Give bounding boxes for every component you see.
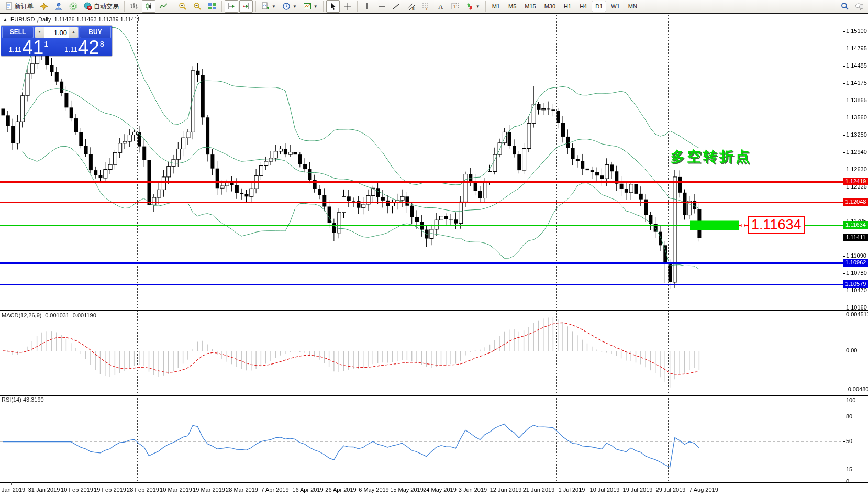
line-chart-mode-button[interactable] — [157, 0, 170, 13]
zoom-in-button[interactable] — [176, 0, 190, 13]
tile-windows-button[interactable] — [205, 0, 219, 13]
horizontal-line-button[interactable] — [375, 0, 388, 13]
volume-decrease-button[interactable]: ▼ — [35, 27, 44, 38]
cursor-button[interactable] — [326, 0, 340, 13]
zoom-out-button[interactable] — [191, 0, 204, 13]
price-tick-label: 1.10780 — [846, 270, 867, 276]
text-button[interactable]: A — [433, 0, 447, 13]
periods-button[interactable]: ▼ — [280, 0, 299, 13]
date-tick-label: 3 Jun 2019 — [459, 487, 487, 493]
date-tick-label: 10 Mar 2019 — [160, 487, 192, 493]
buy-price[interactable]: 1.11 42 8 — [57, 38, 113, 56]
trendline-button[interactable] — [390, 0, 403, 13]
date-tick-label: 19 Feb 2019 — [94, 487, 126, 493]
channel-icon: E — [407, 2, 415, 10]
vertical-line-icon — [363, 2, 371, 10]
auto-scroll-icon — [242, 2, 250, 10]
timeframe-mn-button[interactable]: MN — [625, 1, 641, 12]
indicators-button[interactable]: ▼ — [259, 0, 279, 13]
chat-button[interactable] — [852, 0, 866, 13]
auto-scroll-button[interactable] — [239, 0, 253, 13]
bar-chart-mode-button[interactable] — [127, 0, 141, 13]
date-tick-label: 29 Jul 2019 — [656, 487, 686, 493]
vertical-line-button[interactable] — [360, 0, 374, 13]
profile-icon — [54, 2, 63, 10]
timeframe-m5-button[interactable]: M5 — [505, 1, 520, 12]
date-tick-label: 10 Jul 2019 — [590, 487, 620, 493]
date-tick-label: 1 Jul 2019 — [559, 487, 585, 493]
panel-collapse-icon[interactable]: ▲ — [3, 17, 7, 22]
toolbar-separator — [173, 1, 173, 12]
arrows-icon — [465, 2, 474, 10]
price-tick-label: 1.11090 — [846, 252, 866, 259]
price-tick-label: 1.12940 — [846, 149, 867, 155]
text-label-button[interactable]: T — [448, 0, 462, 13]
date-tick-label: 28 Feb 2019 — [127, 487, 159, 493]
timeframe-m1-button[interactable]: M1 — [488, 1, 504, 12]
timeframe-m30-button[interactable]: M30 — [541, 1, 559, 12]
sell-price-sup: 1 — [44, 39, 48, 48]
buy-price-big: 42 — [78, 40, 99, 56]
toolbar: 新订单自动交易▼▼▼EFAT▼M1M5M15M30H1H4D1W1MN — [0, 0, 868, 14]
templates-button[interactable]: ▼ — [301, 0, 320, 13]
date-tick-label: 15 May 2019 — [390, 487, 424, 493]
symbol-name: EURUSD-,Daily — [10, 16, 51, 23]
signal-icon — [69, 2, 77, 10]
text-a-icon: A — [436, 2, 444, 10]
chart-text-annotation[interactable]: 多空转折点 — [671, 147, 752, 166]
shift-end-button[interactable] — [225, 0, 238, 13]
candle-chart-mode-button[interactable] — [142, 0, 155, 13]
bar-chart-icon — [130, 2, 138, 10]
market-watch-button[interactable] — [52, 0, 65, 13]
date-tick-label: 6 May 2019 — [359, 487, 388, 493]
template-icon — [303, 2, 311, 10]
date-tick-label: 7 Apr 2019 — [261, 487, 288, 493]
toolbar-separator — [323, 1, 324, 12]
dropdown-arrow-icon[interactable]: ▼ — [272, 4, 276, 9]
sell-price[interactable]: 1.11 41 1 — [1, 38, 57, 56]
rsi-tick-label: 15 — [846, 466, 852, 472]
new-order-button[interactable]: 新订单 — [2, 0, 36, 13]
line-price-tag: 1.12419 — [843, 178, 868, 185]
timeframe-m15-button[interactable]: M15 — [521, 1, 539, 12]
timeframe-w1-button[interactable]: W1 — [607, 1, 624, 12]
price-tick-label: 1.14175 — [846, 80, 867, 86]
chart-wizard-button[interactable] — [37, 0, 51, 13]
timeframe-h4-button[interactable]: H4 — [576, 1, 591, 12]
new-order-button-label: 新订单 — [15, 2, 34, 11]
price-tick-label: 1.15100 — [846, 28, 867, 34]
arrows-button[interactable]: ▼ — [463, 0, 483, 13]
current-price-tag: 1.11411 — [843, 234, 868, 241]
timeframe-d1-button[interactable]: D1 — [592, 1, 606, 12]
price-tick-label: 1.14795 — [846, 45, 867, 51]
autotrade-icon — [84, 2, 92, 10]
dropdown-arrow-icon[interactable]: ▼ — [476, 4, 480, 9]
svg-text:E: E — [412, 7, 415, 10]
rsi-indicator-label: RSI(14) 43.3190 — [2, 396, 44, 403]
crosshair-button[interactable] — [341, 0, 354, 13]
dropdown-arrow-icon[interactable]: ▼ — [314, 4, 318, 9]
svg-text:T: T — [453, 4, 457, 9]
date-tick-label: 19 Jul 2019 — [623, 487, 653, 493]
rsi-tick-label: 0 — [846, 478, 849, 484]
fibonacci-button[interactable]: F — [419, 0, 432, 13]
auto-trading-button[interactable]: 自动交易 — [81, 0, 121, 13]
signals-button[interactable] — [66, 0, 80, 13]
zoom-out-icon — [193, 2, 202, 10]
fibonacci-icon: F — [421, 2, 430, 10]
volume-input[interactable] — [44, 27, 69, 38]
timeframe-h1-button[interactable]: H1 — [560, 1, 575, 12]
equidistant-channel-button[interactable]: E — [404, 0, 418, 13]
rsi-tick-label: 50 — [846, 438, 852, 444]
volume-increase-button[interactable]: ▲ — [69, 27, 78, 38]
auto-trading-button-label: 自动交易 — [94, 2, 119, 11]
line-price-tag: 1.10962 — [843, 259, 868, 267]
cursor-icon — [329, 2, 337, 10]
date-tick-label: 24 May 2019 — [423, 487, 457, 493]
chart-canvas[interactable] — [0, 0, 868, 497]
search-button[interactable] — [838, 0, 851, 13]
price-level-label-box[interactable]: 1.11634 — [748, 216, 805, 234]
date-tick-label: 28 Mar 2019 — [226, 487, 258, 493]
dropdown-arrow-icon[interactable]: ▼ — [293, 4, 297, 9]
sell-price-big: 41 — [22, 40, 43, 56]
